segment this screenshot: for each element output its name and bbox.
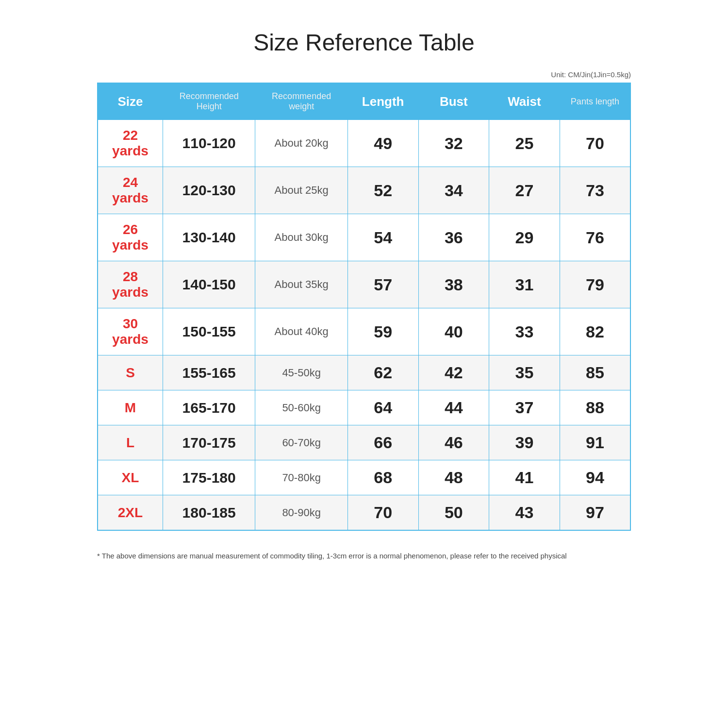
table-cell: 180-185: [163, 495, 255, 531]
table-cell: 50: [418, 495, 489, 531]
page-title: Size Reference Table: [97, 29, 631, 56]
table-cell: 57: [347, 261, 418, 308]
table-cell: 140-150: [163, 261, 255, 308]
table-cell: 170-175: [163, 425, 255, 460]
header-waist: Waist: [489, 83, 560, 120]
table-cell: 45-50kg: [255, 355, 347, 390]
table-cell: 120-130: [163, 167, 255, 214]
table-cell: 28 yards: [98, 261, 163, 308]
table-cell: 30 yards: [98, 308, 163, 355]
table-row: XL175-18070-80kg68484194: [98, 460, 630, 495]
header-bust: Bust: [418, 83, 489, 120]
table-cell: 68: [347, 460, 418, 495]
table-cell: 80-90kg: [255, 495, 347, 531]
table-cell: 52: [347, 167, 418, 214]
footer-note: * The above dimensions are manual measur…: [97, 550, 631, 562]
table-cell: About 40kg: [255, 308, 347, 355]
table-cell: 66: [347, 425, 418, 460]
table-cell: 24 yards: [98, 167, 163, 214]
table-row: 24 yards120-130About 25kg52342773: [98, 167, 630, 214]
table-cell: 49: [347, 120, 418, 167]
table-cell: 22 yards: [98, 120, 163, 167]
header-length: Length: [347, 83, 418, 120]
table-cell: L: [98, 425, 163, 460]
table-cell: 50-60kg: [255, 390, 347, 425]
header-size: Size: [98, 83, 163, 120]
table-cell: 70: [347, 495, 418, 531]
table-cell: M: [98, 390, 163, 425]
table-cell: 2XL: [98, 495, 163, 531]
table-cell: 62: [347, 355, 418, 390]
table-cell: About 30kg: [255, 214, 347, 261]
table-cell: 40: [418, 308, 489, 355]
table-cell: About 35kg: [255, 261, 347, 308]
table-cell: 59: [347, 308, 418, 355]
table-cell: 29: [489, 214, 560, 261]
table-cell: 64: [347, 390, 418, 425]
table-header-row: Size Recommended Height Recommended weig…: [98, 83, 630, 120]
table-cell: 42: [418, 355, 489, 390]
table-cell: 37: [489, 390, 560, 425]
table-row: S155-16545-50kg62423585: [98, 355, 630, 390]
unit-note: Unit: CM/Jin(1Jin=0.5kg): [97, 70, 631, 79]
table-cell: About 20kg: [255, 120, 347, 167]
table-cell: 79: [560, 261, 630, 308]
table-cell: 48: [418, 460, 489, 495]
table-cell: 32: [418, 120, 489, 167]
table-cell: 70: [560, 120, 630, 167]
table-cell: 155-165: [163, 355, 255, 390]
table-cell: 130-140: [163, 214, 255, 261]
table-cell: 97: [560, 495, 630, 531]
table-cell: S: [98, 355, 163, 390]
table-cell: 46: [418, 425, 489, 460]
table-cell: 33: [489, 308, 560, 355]
table-cell: 39: [489, 425, 560, 460]
table-row: M165-17050-60kg64443788: [98, 390, 630, 425]
table-cell: 35: [489, 355, 560, 390]
table-cell: About 25kg: [255, 167, 347, 214]
table-cell: 94: [560, 460, 630, 495]
table-cell: 73: [560, 167, 630, 214]
table-cell: 91: [560, 425, 630, 460]
table-row: L170-17560-70kg66463991: [98, 425, 630, 460]
table-cell: 82: [560, 308, 630, 355]
table-row: 28 yards140-150About 35kg57383179: [98, 261, 630, 308]
table-row: 26 yards130-140About 30kg54362976: [98, 214, 630, 261]
page-container: Size Reference Table Unit: CM/Jin(1Jin=0…: [97, 19, 631, 562]
header-weight: Recommended weight: [255, 83, 347, 120]
table-cell: 60-70kg: [255, 425, 347, 460]
table-cell: 44: [418, 390, 489, 425]
table-cell: 165-170: [163, 390, 255, 425]
table-cell: 36: [418, 214, 489, 261]
table-cell: 34: [418, 167, 489, 214]
table-cell: 76: [560, 214, 630, 261]
table-cell: 54: [347, 214, 418, 261]
table-cell: 27: [489, 167, 560, 214]
table-cell: 150-155: [163, 308, 255, 355]
header-pants: Pants length: [560, 83, 630, 120]
table-row: 30 yards150-155About 40kg59403382: [98, 308, 630, 355]
header-height: Recommended Height: [163, 83, 255, 120]
table-cell: 41: [489, 460, 560, 495]
table-cell: 26 yards: [98, 214, 163, 261]
table-cell: 31: [489, 261, 560, 308]
table-cell: 43: [489, 495, 560, 531]
table-cell: 85: [560, 355, 630, 390]
table-cell: XL: [98, 460, 163, 495]
table-cell: 175-180: [163, 460, 255, 495]
table-row: 2XL180-18580-90kg70504397: [98, 495, 630, 531]
size-table: Size Recommended Height Recommended weig…: [97, 83, 631, 531]
table-cell: 88: [560, 390, 630, 425]
table-cell: 25: [489, 120, 560, 167]
table-row: 22 yards110-120About 20kg49322570: [98, 120, 630, 167]
table-cell: 38: [418, 261, 489, 308]
table-cell: 110-120: [163, 120, 255, 167]
table-cell: 70-80kg: [255, 460, 347, 495]
